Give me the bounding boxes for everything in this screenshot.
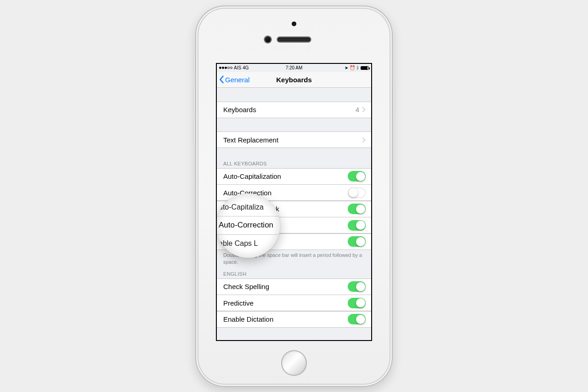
toggle-dictation[interactable] (348, 314, 366, 324)
earpiece-speaker (278, 38, 310, 41)
cell-text-replacement[interactable]: Text Replacement (217, 131, 371, 148)
cell-label: Check Spelling (223, 283, 269, 290)
top-sensor (292, 22, 296, 26)
toggle-period-shortcut[interactable] (348, 236, 366, 247)
cell-label: Enable Dictation (223, 315, 273, 323)
cell-keyboards[interactable]: Keyboards 4 (217, 102, 371, 118)
iphone-frame: AIS 4G 7:20 AM ➤ ⏰ ᛒ General Keyboards (195, 6, 393, 387)
clock-label: 7:20 AM (217, 65, 371, 70)
power-button (393, 86, 395, 114)
page-title: Keyboards (217, 76, 371, 84)
navbar: General Keyboards (217, 72, 371, 88)
section-header-all-keyboards: ALL KEYBOARDS (217, 148, 371, 168)
section-header-english: ENGLISH (217, 268, 371, 278)
cell-label: Auto-Capitalization (223, 172, 281, 180)
volume-down-button (193, 118, 195, 143)
magnifier-overlay: uto-Capitaliza Auto-Correction able Caps… (217, 193, 280, 258)
cell-auto-capitalization[interactable]: Auto-Capitalization (217, 168, 371, 185)
chevron-right-icon (362, 107, 366, 113)
chevron-right-icon (362, 137, 366, 143)
front-camera (265, 37, 271, 42)
cell-label: Text Replacement (223, 136, 278, 144)
toggle-character-preview[interactable] (348, 220, 366, 231)
cell-check-spelling[interactable]: Check Spelling (217, 278, 371, 295)
home-button[interactable] (281, 350, 307, 376)
cell-label: Predictive (223, 299, 254, 307)
toggle-predictive[interactable] (348, 298, 366, 308)
toggle-check-spelling[interactable] (348, 281, 366, 292)
settings-content[interactable]: Keyboards 4 Text Replacement ALL KEYBOAR… (217, 88, 371, 340)
battery-icon (361, 66, 369, 70)
keyboards-count: 4 (356, 106, 359, 114)
volume-up-button (193, 86, 195, 111)
silent-switch (193, 56, 195, 71)
toggle-caps-lock[interactable] (348, 204, 366, 214)
toggle-auto-capitalization[interactable] (348, 171, 366, 182)
statusbar: AIS 4G 7:20 AM ➤ ⏰ ᛒ (217, 64, 371, 72)
toggle-auto-correction[interactable] (348, 187, 366, 198)
screen-bezel: AIS 4G 7:20 AM ➤ ⏰ ᛒ General Keyboards (216, 63, 372, 341)
screen: AIS 4G 7:20 AM ➤ ⏰ ᛒ General Keyboards (217, 64, 371, 340)
cell-enable-dictation[interactable]: Enable Dictation (217, 311, 371, 328)
magnifier-row-focus: Auto-Correction (217, 216, 280, 235)
cell-predictive[interactable]: Predictive (217, 295, 371, 311)
cell-label: Keyboards (223, 106, 256, 114)
